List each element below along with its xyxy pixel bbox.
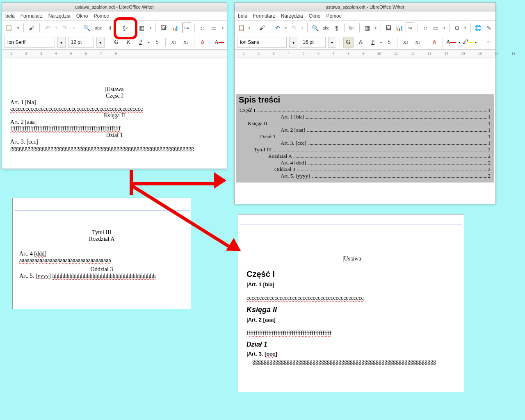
- menu-item[interactable]: Pomoc: [94, 13, 109, 19]
- format-paintbrush-icon[interactable]: 🖌: [27, 23, 36, 33]
- underline-button[interactable]: P: [136, 37, 146, 47]
- find-icon[interactable]: 🔍: [82, 23, 91, 33]
- hyperlink-icon[interactable]: 🌐: [474, 23, 482, 33]
- dropdown-icon[interactable]: ▾: [248, 23, 251, 33]
- menubar: bela Formularz Narzędzia Okno Pomoc: [2, 11, 227, 21]
- window-title: ustawa_szablon.odt - LibreOffice Writer: [235, 3, 495, 11]
- menu-item[interactable]: Narzędzia: [48, 13, 71, 19]
- section-icon[interactable]: §✓: [348, 23, 356, 33]
- underline-button[interactable]: P: [368, 37, 377, 47]
- dropdown-icon[interactable]: ▾: [96, 37, 105, 48]
- toc-entry[interactable]: Art. 2 [aaa]1: [240, 127, 491, 133]
- doc-text: Ustawa: [344, 256, 361, 262]
- strike-button[interactable]: S: [384, 37, 394, 47]
- document-area[interactable]: Spis treści Część I1Art. 1 [bla]1Księga …: [235, 57, 495, 187]
- textbox-icon[interactable]: A≡: [182, 23, 191, 33]
- dropdown-icon[interactable]: ▾: [72, 23, 75, 33]
- field-icon[interactable]: ▭: [209, 23, 218, 33]
- section-icon[interactable]: §✓: [121, 23, 130, 33]
- menu-item[interactable]: Okno: [309, 13, 321, 19]
- dropdown-icon[interactable]: ▾: [443, 23, 446, 33]
- menu-item[interactable]: Formularz: [21, 13, 43, 19]
- doc-text: Ustawa: [106, 86, 123, 92]
- dropdown-icon[interactable]: ▾: [284, 23, 288, 33]
- subscript-button[interactable]: X2: [413, 37, 422, 47]
- dropdown-icon[interactable]: ▾: [221, 23, 224, 33]
- menu-item[interactable]: Narzędzia: [281, 13, 303, 19]
- subscript-button[interactable]: X2: [181, 37, 191, 47]
- toc-entry[interactable]: Część I1: [240, 107, 491, 114]
- table-icon[interactable]: ▦: [363, 23, 371, 33]
- dropdown-icon[interactable]: ▾: [16, 23, 20, 33]
- toc-entry[interactable]: Art. 1 [bla]1: [240, 114, 491, 120]
- image-icon[interactable]: 🖼: [384, 23, 392, 33]
- paste-icon[interactable]: 📋: [237, 23, 245, 33]
- format-paintbrush-icon[interactable]: 🖌: [258, 23, 266, 33]
- redo-icon[interactable]: ↷: [60, 23, 69, 33]
- undo-icon[interactable]: ↶: [273, 23, 281, 33]
- spellcheck-icon[interactable]: d: [105, 23, 114, 33]
- main-toolbar: 📋 ▾ 🖌 ↶ ▾ ↷ ▾ 🔍 abc d §✓ ▦ ▾ 🖼 📊 A≡ ⎌ ▭ …: [2, 21, 227, 35]
- toc-entry[interactable]: Rozdział A2: [240, 153, 491, 160]
- font-color-icon[interactable]: A: [215, 37, 224, 47]
- bold-button[interactable]: G: [112, 37, 121, 47]
- toc-entry[interactable]: Księga II1: [240, 120, 491, 127]
- pagebreak-icon[interactable]: ⎌: [421, 23, 429, 33]
- italic-button[interactable]: K: [124, 37, 134, 47]
- italic-button[interactable]: K: [356, 37, 365, 47]
- image-icon[interactable]: 🖼: [159, 23, 168, 33]
- superscript-button[interactable]: X2: [401, 37, 410, 47]
- strike-button[interactable]: S: [152, 37, 162, 47]
- font-name-select[interactable]: ion Serif: [5, 37, 55, 48]
- chart-icon[interactable]: 📊: [171, 23, 180, 33]
- toc-entry[interactable]: Dział 11: [240, 133, 491, 140]
- toc-entry[interactable]: Tytuł III2: [240, 146, 491, 153]
- align-icon[interactable]: ≡: [484, 37, 493, 47]
- menu-item[interactable]: Formularz: [253, 13, 275, 19]
- dropdown-icon[interactable]: ▾: [328, 37, 336, 48]
- toc-entry[interactable]: Oddział 32: [240, 166, 491, 173]
- undo-icon[interactable]: ↶: [43, 23, 52, 33]
- font-name-select[interactable]: ion Sans: [237, 37, 287, 48]
- redo-icon[interactable]: ↷: [290, 23, 298, 33]
- menu-item[interactable]: Okno: [76, 13, 88, 19]
- dropdown-icon[interactable]: ▾: [148, 23, 152, 33]
- bold-button[interactable]: G: [343, 37, 354, 48]
- superscript-button[interactable]: X2: [169, 37, 179, 47]
- footnote-icon[interactable]: ✎: [485, 23, 493, 33]
- toc-entry[interactable]: Art. 5. [yyyy]2: [240, 173, 491, 179]
- table-icon[interactable]: ▦: [137, 23, 146, 33]
- page-preview: Tytuł III Rozdział A Art. 4 [ddd] aaaaaa…: [12, 198, 191, 309]
- dropdown-icon[interactable]: ▾: [463, 23, 467, 33]
- dropdown-icon[interactable]: ▾: [57, 37, 66, 48]
- dropdown-icon[interactable]: ▾: [374, 23, 377, 33]
- doc-text: ffffffffffffffffffffffffffffffffffffffff…: [10, 126, 219, 132]
- dropdown-icon[interactable]: ▾: [301, 23, 304, 33]
- toc-entry[interactable]: Art. 4 [ddd]2: [240, 160, 491, 166]
- font-size-select[interactable]: 12 pt: [68, 37, 94, 48]
- font-color-icon[interactable]: A: [446, 37, 456, 47]
- specialchar-icon[interactable]: Ω: [453, 23, 461, 33]
- spellcheck-icon[interactable]: abc: [322, 23, 330, 33]
- clear-format-icon[interactable]: A̷: [198, 37, 208, 47]
- pagebreak-icon[interactable]: ⎌: [198, 23, 207, 33]
- page-preview: |Ustawa Część I |Art. 1 [bla] cccccccccc…: [238, 214, 464, 392]
- menu-item[interactable]: bela: [5, 13, 15, 19]
- menu-item[interactable]: Pomoc: [326, 13, 341, 19]
- formatting-icon[interactable]: ¶: [333, 23, 341, 33]
- doc-text: Dział 1: [10, 132, 219, 139]
- field-icon[interactable]: ▭: [432, 23, 440, 33]
- dropdown-icon[interactable]: ▾: [289, 37, 297, 48]
- dropdown-icon[interactable]: ▾: [55, 23, 58, 33]
- textbox-icon[interactable]: A≡: [406, 23, 414, 33]
- paste-icon[interactable]: 📋: [5, 23, 14, 33]
- find-icon[interactable]: 🔍: [311, 23, 319, 33]
- document-area[interactable]: |Ustawa Część I Art. 1 [bla] ccccccccccc…: [2, 57, 227, 160]
- menu-item[interactable]: bela: [238, 13, 247, 19]
- spellcheck-icon[interactable]: abc: [94, 23, 103, 33]
- toc-entry[interactable]: Art. 3. [ccc]1: [240, 140, 491, 146]
- clear-format-icon[interactable]: A̷: [429, 37, 439, 47]
- font-size-select[interactable]: 16 pt: [300, 37, 326, 48]
- highlight-color-icon[interactable]: 🖍: [463, 37, 472, 47]
- chart-icon[interactable]: 📊: [395, 23, 403, 33]
